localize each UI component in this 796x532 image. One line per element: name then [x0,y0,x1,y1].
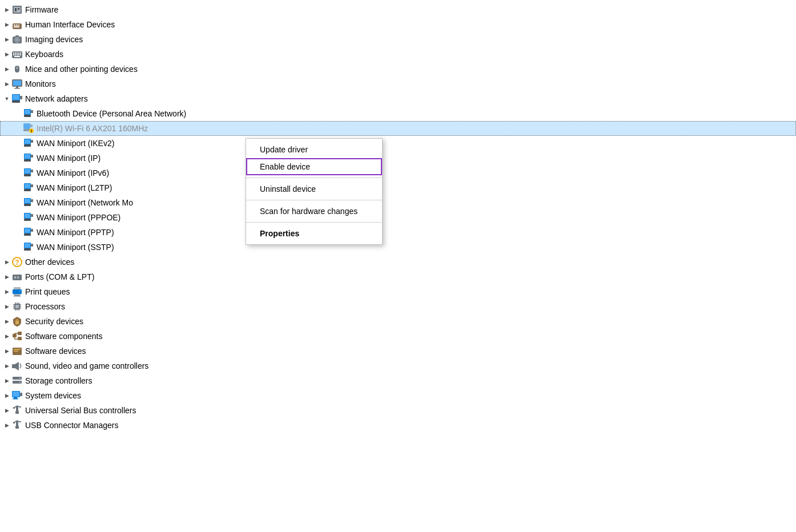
tree-item-wan-sstp[interactable]: WAN Miniport (SSTP) [0,240,796,255]
tree-item-wan-l2tp[interactable]: WAN Miniport (L2TP) [0,180,796,195]
tree-item-imaging[interactable]: ▶Imaging devices [0,32,796,47]
device-icon-software-devices [11,345,23,357]
svg-rect-76 [24,248,31,251]
context-menu-item-uninstall-device[interactable]: Uninstall device [246,180,382,198]
tree-item-wan-ip[interactable]: WAN Miniport (IP) [0,151,796,166]
tree-item-other-devices[interactable]: ▶?Other devices [0,255,796,269]
svg-rect-113 [14,350,18,352]
svg-rect-49 [31,140,33,143]
svg-rect-14 [13,53,14,54]
svg-rect-71 [25,228,30,233]
expand-arrow-storage[interactable]: ▶ [2,376,11,385]
expand-arrow-software-devices[interactable]: ▶ [2,346,11,356]
svg-rect-124 [20,393,22,396]
tree-item-usb-serial[interactable]: ▶Universal Serial Bus controllers [0,403,796,418]
svg-point-118 [19,377,21,378]
svg-rect-72 [24,233,31,236]
svg-rect-19 [13,54,14,55]
tree-item-security[interactable]: ▶Security devices [0,314,796,329]
device-icon-wifi: ! [23,123,34,134]
expand-arrow-firmware[interactable]: ▶ [2,5,11,14]
tree-item-network-adapters[interactable]: ▼Network adapters [0,91,796,106]
tree-item-processors[interactable]: ▶Processors [0,299,796,314]
svg-rect-86 [15,295,19,296]
tree-label-software-components: Software components [25,332,102,341]
device-icon-firmware [11,4,23,15]
tree-item-firmware[interactable]: ▶Firmware [0,2,796,17]
context-menu-item-enable-device[interactable]: Enable device [246,158,382,175]
tree-item-ports[interactable]: ▶Ports (COM & LPT) [0,269,796,284]
tree-label-wifi: Intel(R) Wi-Fi 6 AX201 160MHz [37,124,148,133]
svg-rect-30 [16,87,18,88]
device-icon-wan-ip [23,152,34,164]
context-menu-item-update-driver[interactable]: Update driver [246,141,382,158]
svg-rect-41 [24,124,30,128]
tree-label-wan-network: WAN Miniport (Network Mo [37,198,133,207]
device-icon-storage [11,375,23,386]
tree-item-print-queues[interactable]: ▶Print queues [0,284,796,299]
tree-label-print-queues: Print queues [25,287,70,296]
tree-item-wifi[interactable]: !Intel(R) Wi-Fi 6 AX201 160MHz [0,121,796,136]
expand-arrow-security[interactable]: ▶ [2,317,11,326]
expand-arrow-human-interface[interactable]: ▶ [2,20,11,29]
device-icon-other-devices: ? [11,256,23,268]
tree-item-human-interface[interactable]: ▶Human Interface Devices [0,17,796,32]
expand-arrow-processors[interactable]: ▶ [2,302,11,311]
expand-arrow-print-queues[interactable]: ▶ [2,287,11,296]
tree-item-system[interactable]: ▶System devices [0,388,796,403]
expand-arrow-ports[interactable]: ▶ [2,272,11,281]
device-icon-mice [11,63,23,75]
tree-item-wan-pptp[interactable]: WAN Miniport (PPTP) [0,225,796,240]
tree-item-wan-ikev2[interactable]: WAN Miniport (IKEv2) [0,136,796,151]
tree-label-wan-l2tp: WAN Miniport (L2TP) [37,183,112,192]
expand-arrow-imaging[interactable]: ▶ [2,35,11,44]
tree-item-wan-pppoe[interactable]: WAN Miniport (PPPOE) [0,210,796,225]
svg-rect-24 [14,56,20,57]
tree-item-sound[interactable]: ▶Sound, video and game controllers [0,358,796,373]
expand-arrow-network-adapters[interactable]: ▼ [2,94,11,103]
svg-rect-89 [15,305,19,308]
context-menu-item-scan-hardware[interactable]: Scan for hardware changes [246,203,382,220]
device-icon-usb-connector [11,420,23,431]
tree-item-bluetooth[interactable]: Bluetooth Device (Personal Area Network) [0,106,796,121]
svg-rect-2 [15,8,17,11]
tree-item-keyboards[interactable]: ▶Keyboards [0,47,796,62]
expand-arrow-keyboards[interactable]: ▶ [2,50,11,59]
device-icon-software-components [11,331,23,342]
tree-item-software-devices[interactable]: ▶Software devices [0,344,796,358]
tree-item-wan-ipv6[interactable]: WAN Miniport (IPv6) [0,166,796,180]
svg-rect-65 [31,199,33,202]
svg-rect-68 [24,219,31,221]
expand-arrow-other-devices[interactable]: ▶ [2,257,11,267]
expand-arrow-system[interactable]: ▶ [2,391,11,400]
device-icon-wan-pppoe [23,212,34,223]
device-icon-wan-sstp [23,241,34,253]
svg-rect-57 [31,170,33,172]
device-icon-wan-ipv6 [23,167,34,179]
svg-rect-122 [14,397,17,398]
svg-rect-18 [20,53,21,54]
svg-rect-5 [14,25,15,26]
expand-arrow-usb-serial[interactable]: ▶ [2,406,11,415]
device-icon-network-adapters [11,93,23,104]
tree-item-mice[interactable]: ▶Mice and other pointing devices [0,62,796,76]
context-menu-item-properties[interactable]: Properties [246,225,382,242]
tree-label-wan-ikev2: WAN Miniport (IKEv2) [37,139,114,148]
svg-rect-15 [15,53,16,54]
tree-item-usb-connector[interactable]: ▶USB Connector Managers [0,418,796,433]
tree-label-processors: Processors [25,302,65,311]
tree-item-software-components[interactable]: ▶Software components [0,329,796,344]
svg-rect-17 [18,53,19,54]
tree-item-storage[interactable]: ▶Storage controllers [0,373,796,388]
expand-arrow-mice[interactable]: ▶ [2,65,11,74]
expand-arrow-monitors[interactable]: ▶ [2,79,11,88]
context-menu: Update driverEnable deviceUninstall devi… [246,138,383,245]
expand-arrow-software-components[interactable]: ▶ [2,332,11,341]
tree-item-wan-network[interactable]: WAN Miniport (Network Mo [0,195,796,210]
tree-item-monitors[interactable]: ▶Monitors [0,76,796,91]
expand-arrow-sound[interactable]: ▶ [2,361,11,370]
tree-label-network-adapters: Network adapters [25,94,88,103]
context-menu-separator-2 [246,200,382,200]
expand-arrow-usb-connector[interactable]: ▶ [2,421,11,430]
svg-point-119 [19,381,21,382]
